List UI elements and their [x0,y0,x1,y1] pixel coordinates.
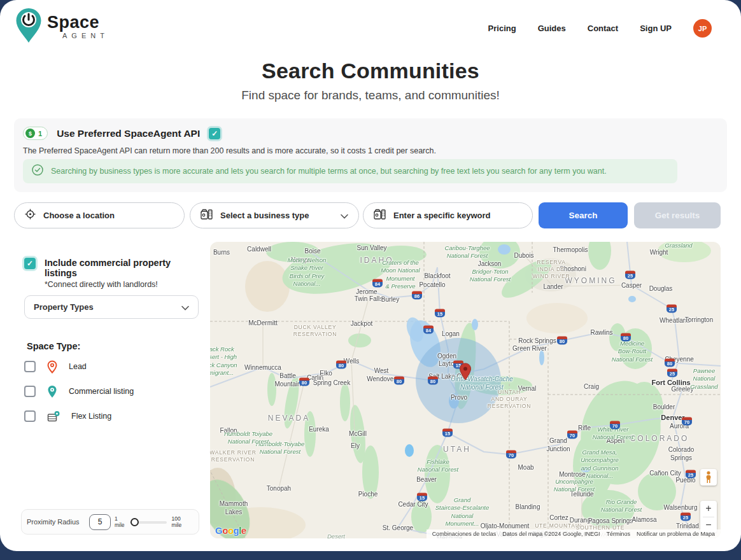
pin-teal-icon [47,385,57,398]
keyword-input[interactable]: Enter a specific keyword [363,202,533,228]
dollar-icon: $ [25,129,35,138]
zoom-in-button[interactable]: + [700,501,717,517]
keyword-placeholder: Enter a specific keyword [393,211,490,220]
attribution-link[interactable]: Combinaciones de teclas [429,531,500,537]
logo-pin-icon [15,8,42,46]
nav-item-sign-up[interactable]: Sign UP [640,24,672,33]
credit-badge: $ 1 [23,127,48,140]
app-card: Space AGENT PricingGuidesContactSign UPJ… [0,0,741,551]
search-button[interactable]: Search [539,202,628,228]
page-background: Space AGENT PricingGuidesContactSign UPJ… [0,0,741,560]
page-title: Search Communities [0,59,741,83]
location-placeholder: Choose a location [43,211,115,220]
include-listings-checkbox[interactable]: ✓ [24,258,36,269]
business-type-select[interactable]: Select a business type [190,202,359,228]
main-nav: PricingGuidesContactSign UPJP [488,19,712,38]
lead-checkbox[interactable] [24,361,36,372]
chevron-down-icon [341,210,348,221]
flex-listing-checkbox[interactable] [24,410,36,422]
api-panel: $ 1 Use Preferred SpaceAgent API ✓ The P… [14,118,727,192]
include-listings-note: *Connect directly with landlords! [45,280,205,289]
space-type-row-lead: Lead [24,359,202,374]
map[interactable]: IDAHOWYOMINGNEVADAUTAHCOLORADOBurnsCaldw… [210,242,721,538]
logo-text: Space AGENT [47,14,109,39]
page-subtitle: Find space for brands, teams, and commun… [0,88,741,102]
business-type-placeholder: Select a business type [220,211,309,220]
storefront-icon [374,209,386,222]
nav-item-contact[interactable]: Contact [588,24,618,33]
attribution-link[interactable]: Notificar un problema de Mapa [633,531,718,537]
location-target-icon [25,209,36,222]
credit-count: 1 [38,130,42,137]
building-teal-icon [47,410,60,422]
attribution-link[interactable]: Términos [603,531,633,537]
nav-item-guides[interactable]: Guides [538,24,566,33]
api-panel-title: Use Preferred SpaceAgent API [57,128,200,139]
map-terrain [210,242,721,538]
proximity-max-label: 100mile [172,515,182,528]
space-type-row-commercial-listing: Commercial listing [24,384,202,399]
space-type-label: Flex Listing [71,412,111,421]
location-input[interactable]: Choose a location [14,202,185,228]
nav-item-pricing[interactable]: Pricing [488,24,516,33]
logo-subbrand: AGENT [62,32,109,39]
attribution-text: Datos del mapa ©2024 Google, INEGI [499,531,603,537]
proximity-min-label: 1mile [115,515,125,528]
avatar[interactable]: JP [693,19,712,38]
storefront-icon [201,209,213,222]
space-type-label: Lead [69,362,87,371]
api-note-text: Searching by business types is more accu… [51,167,607,176]
use-api-checkbox[interactable]: ✓ [209,128,220,139]
property-types-select[interactable]: Property Types [24,295,199,319]
get-results-button[interactable]: Get results [634,202,721,228]
proximity-radius-input[interactable] [89,514,111,530]
slider-knob[interactable] [131,518,139,526]
api-note: Searching by business types is more accu… [23,159,677,183]
logo-brand: Space [47,14,109,31]
pin-red-icon [47,360,57,374]
space-type-row-flex-listing: Flex Listing [24,409,202,424]
chevron-down-icon [181,302,189,313]
hero: Search Communities Find space for brands… [0,59,741,102]
street-view-pegman-button[interactable] [700,469,717,486]
map-attribution: Combinaciones de teclasDatos del mapa ©2… [427,529,721,538]
proximity-slider[interactable] [130,518,167,526]
space-type-list: LeadCommercial listingFlex Listing [24,359,202,433]
proximity-radius-control: Proximity Radius 1mile 100mile [21,509,199,535]
header: Space AGENT PricingGuidesContactSign UPJ… [0,0,741,55]
space-type-heading: Space Type: [27,341,80,351]
logo: Space AGENT [15,8,109,46]
include-listings-label: Include commercial property listings [45,258,205,278]
map-zoom-control: + − [700,501,717,533]
property-types-label: Property Types [34,302,94,312]
api-panel-description: The Preferred SpaceAgent API can return … [23,146,436,155]
search-row: Choose a location Select a business type… [14,202,727,228]
proximity-radius-label: Proximity Radius [27,518,85,526]
commercial-listing-checkbox[interactable] [24,386,36,397]
check-circle-icon [32,164,43,178]
space-type-label: Commercial listing [69,387,134,396]
